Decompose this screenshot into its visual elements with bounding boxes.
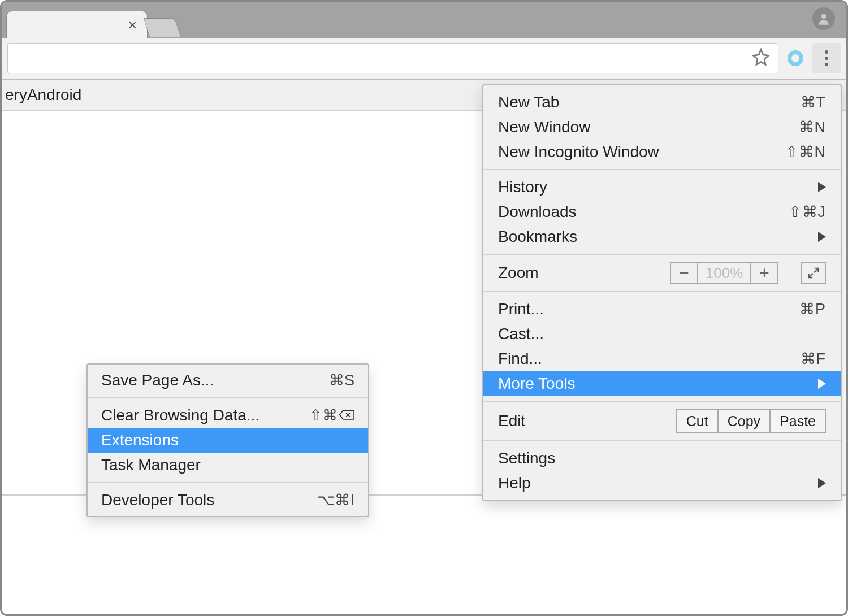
browser-window: × eryAndroid New Tab ⌘T New Window ⌘N [0,0,848,616]
submenu-item-developer-tools[interactable]: Developer Tools ⌥⌘I [88,488,368,513]
close-tab-icon[interactable]: × [128,18,137,32]
submenu-label: Clear Browsing Data... [101,406,309,424]
menu-label: Settings [498,449,826,467]
menu-item-cast[interactable]: Cast... [483,322,841,346]
menu-shortcut: ⇧⌘N [785,143,827,161]
menu-item-new-incognito[interactable]: New Incognito Window ⇧⌘N [483,140,841,164]
menu-item-history[interactable]: History [483,175,841,199]
backspace-key-icon [339,407,354,424]
submenu-shortcut: ⌘S [329,371,354,389]
browser-tab[interactable]: × [6,11,148,38]
menu-separator [483,254,841,255]
submenu-shortcut: ⌥⌘I [317,491,354,509]
menu-label: Edit [498,412,676,430]
menu-item-zoom: Zoom − 100% + [483,259,841,287]
submenu-shortcut: ⇧⌘ [309,406,354,424]
menu-label: Cast... [498,325,826,343]
submenu-item-save-page[interactable]: Save Page As... ⌘S [88,368,368,393]
chrome-menu-button[interactable] [812,43,841,73]
bookmark-star-icon[interactable] [752,48,770,68]
menu-item-downloads[interactable]: Downloads ⇧⌘J [483,199,841,224]
edit-button-group: Cut Copy Paste [676,409,826,433]
submenu-label: Extensions [101,431,354,449]
menu-shortcut: ⌘F [801,350,827,368]
menu-shortcut: ⌘T [801,93,827,111]
tab-strip: × [2,2,846,38]
menu-shortcut: ⇧⌘J [789,203,827,221]
submenu-item-clear-browsing-data[interactable]: Clear Browsing Data... ⇧⌘ [88,403,368,428]
menu-item-print[interactable]: Print... ⌘P [483,297,841,322]
new-tab-button[interactable] [143,18,181,37]
menu-separator [483,169,841,170]
page-title-fragment: eryAndroid [5,86,81,104]
menu-label: New Window [498,118,799,136]
menu-item-new-tab[interactable]: New Tab ⌘T [483,90,841,115]
menu-item-new-window[interactable]: New Window ⌘N [483,115,841,140]
zoom-value: 100% [698,262,750,284]
menu-item-more-tools[interactable]: More Tools [483,371,841,396]
more-tools-submenu: Save Page As... ⌘S Clear Browsing Data..… [86,363,369,517]
menu-label: Bookmarks [498,228,812,246]
fullscreen-button[interactable] [801,262,826,284]
menu-item-settings[interactable]: Settings [483,446,841,471]
submenu-arrow-icon [818,379,826,389]
submenu-label: Task Manager [101,456,354,474]
submenu-label: Save Page As... [101,371,329,389]
toolbar [2,38,846,80]
zoom-out-button[interactable]: − [670,262,698,284]
menu-separator [483,291,841,292]
menu-label: History [498,178,812,196]
menu-label: New Tab [498,93,801,111]
svg-point-0 [821,14,827,19]
submenu-item-task-manager[interactable]: Task Manager [88,453,368,478]
submenu-item-extensions[interactable]: Extensions [88,428,368,453]
menu-label: Print... [498,300,799,318]
menu-item-help[interactable]: Help [483,471,841,496]
menu-label: Downloads [498,203,789,221]
chrome-main-menu: New Tab ⌘T New Window ⌘N New Incognito W… [482,84,842,501]
menu-label: Find... [498,350,801,368]
address-bar[interactable] [7,43,778,73]
profile-avatar-icon[interactable] [812,7,835,30]
submenu-label: Developer Tools [101,491,317,509]
menu-shortcut: ⌘P [799,300,826,318]
zoom-controls: − 100% + [670,262,826,284]
menu-label: Help [498,474,812,492]
edit-cut-button[interactable]: Cut [676,409,719,433]
submenu-arrow-icon [818,478,826,488]
menu-shortcut: ⌘N [799,118,827,136]
menu-label: More Tools [498,375,812,393]
submenu-arrow-icon [818,182,826,192]
submenu-arrow-icon [818,232,826,242]
menu-separator [88,397,368,398]
edit-copy-button[interactable]: Copy [719,409,771,433]
menu-separator [483,440,841,441]
menu-label: Zoom [498,264,670,282]
edit-paste-button[interactable]: Paste [771,409,826,433]
extension-ring-icon[interactable] [784,47,807,70]
shortcut-prefix: ⇧⌘ [309,406,338,424]
menu-label: New Incognito Window [498,143,785,161]
menu-item-edit: Edit Cut Copy Paste [483,406,841,436]
menu-separator [88,482,368,483]
zoom-in-button[interactable]: + [750,262,778,284]
menu-item-bookmarks[interactable]: Bookmarks [483,224,841,249]
menu-item-find[interactable]: Find... ⌘F [483,346,841,371]
menu-separator [483,401,841,402]
